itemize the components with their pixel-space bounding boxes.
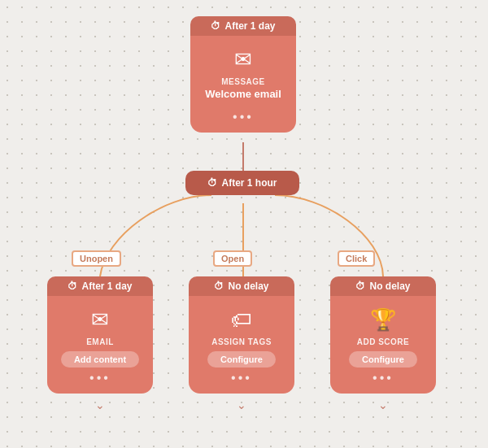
add-score-card-delay: No delay bbox=[369, 281, 410, 292]
message-card-delay: After 1 day bbox=[224, 20, 275, 32]
open-label-text: Open bbox=[221, 254, 244, 263]
clock-icon-mid: ⏱ bbox=[207, 177, 217, 189]
email-card-header: ⏱ After 1 day bbox=[47, 276, 153, 296]
message-card-body: ✉ MESSAGE Welcome email ••• bbox=[190, 36, 296, 133]
email-card-chevron: ⌄ bbox=[95, 398, 105, 411]
add-score-card-body: 🏆 ADD SCORE Configure ••• bbox=[330, 296, 436, 394]
email-icon: ✉ bbox=[91, 307, 109, 333]
clock-icon-center: ⏱ bbox=[214, 281, 224, 292]
email-add-content-button[interactable]: Add content bbox=[61, 351, 139, 368]
message-card[interactable]: ⏱ After 1 day ✉ MESSAGE Welcome email ••… bbox=[190, 16, 296, 133]
message-card-dots: ••• bbox=[233, 110, 254, 124]
assign-tags-card-body: 🏷 ASSIGN TAGS Configure ••• bbox=[189, 296, 294, 394]
click-label-text: Click bbox=[346, 254, 367, 263]
flow-container: ⏱ After 1 day ✉ MESSAGE Welcome email ••… bbox=[0, 0, 488, 448]
message-card-title: Welcome email bbox=[205, 88, 281, 100]
assign-tags-card-dots: ••• bbox=[231, 371, 252, 385]
email-type-label: EMAIL bbox=[86, 337, 114, 346]
add-score-card[interactable]: ⏱ No delay 🏆 ADD SCORE Configure ••• ⌄ bbox=[330, 276, 436, 394]
add-score-type-label: ADD SCORE bbox=[357, 337, 410, 346]
branch-label-open: Open bbox=[213, 250, 252, 267]
assign-tags-configure-button[interactable]: Configure bbox=[207, 351, 276, 368]
clock-icon-left: ⏱ bbox=[68, 281, 77, 292]
branch-label-click: Click bbox=[338, 250, 375, 267]
message-card-header: ⏱ After 1 day bbox=[190, 16, 296, 36]
delay-card-header: ⏱ After 1 hour bbox=[185, 171, 299, 195]
delay-card-label: After 1 hour bbox=[221, 177, 277, 189]
message-icon: ✉ bbox=[234, 47, 252, 72]
email-card-delay: After 1 day bbox=[81, 281, 132, 292]
assign-tags-card-delay: No delay bbox=[228, 281, 268, 292]
add-score-card-header: ⏱ No delay bbox=[330, 276, 436, 296]
message-type-label: MESSAGE bbox=[221, 77, 265, 86]
email-card-body: ✉ EMAIL Add content ••• bbox=[47, 296, 153, 394]
assign-tags-card-chevron: ⌄ bbox=[237, 398, 246, 411]
unopen-label-text: Unopen bbox=[80, 254, 113, 263]
add-score-card-chevron: ⌄ bbox=[378, 398, 388, 411]
add-score-card-dots: ••• bbox=[373, 371, 394, 385]
clock-icon-top: ⏱ bbox=[211, 20, 220, 32]
branch-label-unopen: Unopen bbox=[72, 250, 121, 267]
clock-icon-right: ⏱ bbox=[355, 281, 365, 292]
add-score-configure-button[interactable]: Configure bbox=[349, 351, 417, 368]
delay-card[interactable]: ⏱ After 1 hour bbox=[185, 171, 299, 195]
tag-icon: 🏷 bbox=[231, 307, 252, 333]
email-card-dots: ••• bbox=[89, 371, 111, 385]
assign-tags-card-header: ⏱ No delay bbox=[189, 276, 294, 296]
assign-tags-card[interactable]: ⏱ No delay 🏷 ASSIGN TAGS Configure ••• ⌄ bbox=[189, 276, 294, 394]
email-card[interactable]: ⏱ After 1 day ✉ EMAIL Add content ••• ⌄ bbox=[47, 276, 153, 394]
assign-tags-type-label: ASSIGN TAGS bbox=[211, 337, 272, 346]
score-icon: 🏆 bbox=[370, 307, 396, 333]
